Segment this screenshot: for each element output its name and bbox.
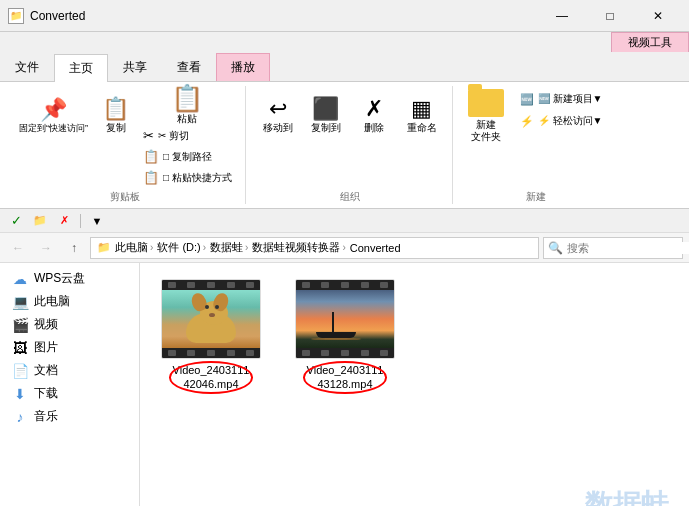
delete-button[interactable]: ✗ 删除 (352, 86, 396, 146)
paste-small-group: ✂ ✂ 剪切 📋 □ 复制路径 📋 □ 粘贴快捷方式 (138, 126, 237, 186)
paste-shortcut-button[interactable]: 📋 □ 粘贴快捷方式 (138, 168, 237, 187)
sidebar-item-pictures[interactable]: 🖼 图片 (0, 336, 139, 359)
up-button[interactable]: ↑ (62, 236, 86, 260)
sidebar-label-docs: 文档 (34, 362, 58, 379)
video-tools-label[interactable]: 视频工具 (611, 32, 689, 52)
tab-videotools[interactable]: 播放 (216, 53, 270, 81)
address-path[interactable]: 📁 此电脑 › 软件 (D:) › 数据蛙 › 数据蛙视频转换器 › Conve… (90, 237, 539, 259)
sidebar-item-wps[interactable]: ☁ WPS云盘 (0, 267, 139, 290)
video-tools-tab-row: 视频工具 (0, 32, 689, 52)
file-thumb-2 (295, 279, 395, 359)
file-item-2[interactable]: Video_2403111 43128.mp4 (290, 279, 400, 392)
sidebar-item-music[interactable]: ♪ 音乐 (0, 405, 139, 428)
wps-cloud-icon: ☁ (12, 271, 28, 287)
ribbon-group-new: 新建 文件夹 🆕 🆕 新建项目▼ ⚡ ⚡ 轻松访问▼ 新建 (455, 86, 618, 204)
sidebar-item-video[interactable]: 🎬 视频 (0, 313, 139, 336)
music-icon: ♪ (12, 409, 28, 425)
computer-icon: 💻 (12, 294, 28, 310)
file-thumb-1 (161, 279, 261, 359)
file-item-1[interactable]: Video_2403111 42046.mp4 (156, 279, 266, 392)
qa-drop-button[interactable]: ▼ (87, 211, 107, 231)
sidebar: ☁ WPS云盘 💻 此电脑 🎬 视频 🖼 图片 📄 文档 ⬇ 下载 ♪ 音乐 (0, 263, 140, 506)
file-name-text-2: Video_2403111 (307, 364, 384, 376)
file-name-2: Video_2403111 43128.mp4 (307, 363, 384, 392)
easy-access-icon: ⚡ (520, 115, 534, 128)
ribbon-content: 📌 固定到“快速访问” 📋 复制 📋 粘贴 ✂ ✂ 剪切 (0, 82, 689, 209)
copy-path-button[interactable]: 📋 □ 复制路径 (138, 147, 237, 166)
tab-view[interactable]: 查看 (162, 53, 216, 81)
download-icon: ⬇ (12, 386, 28, 402)
film-strip-bottom-1 (162, 348, 260, 358)
maximize-button[interactable]: □ (587, 0, 633, 32)
qa-folder-button[interactable]: 📁 (30, 211, 50, 231)
file-name-text-1: Video_2403111 (173, 364, 250, 376)
delete-label: 删除 (364, 122, 384, 134)
path-segment-4: 数据蛙视频转换器 › (252, 240, 345, 255)
pin-icon: 📌 (40, 99, 67, 121)
organize-items: ↩ 移动到 ⬛ 复制到 ✗ 删除 ▦ 重命名 (256, 86, 444, 186)
film-hole (227, 350, 235, 356)
file-name-1: Video_2403111 42046.mp4 (173, 363, 250, 392)
clipboard-items: 📌 固定到“快速访问” 📋 复制 📋 粘贴 ✂ ✂ 剪切 (14, 86, 237, 186)
move-to-button[interactable]: ↩ 移动到 (256, 86, 300, 146)
copy-to-icon: ⬛ (312, 98, 339, 120)
path-segment-2: 软件 (D:) › (157, 240, 206, 255)
forward-button[interactable]: → (34, 236, 58, 260)
paste-button[interactable]: 📋 粘贴 (138, 86, 237, 124)
new-item-button[interactable]: 🆕 🆕 新建项目▼ (513, 90, 610, 108)
copy-button[interactable]: 📋 复制 (97, 86, 134, 146)
sidebar-label-pictures: 图片 (34, 339, 58, 356)
sidebar-label-music: 音乐 (34, 408, 58, 425)
film-hole (302, 282, 310, 288)
file-name-circle-1: Video_2403111 42046.mp4 (173, 363, 250, 392)
ribbon-group-clipboard: 📌 固定到“快速访问” 📋 复制 📋 粘贴 ✂ ✂ 剪切 (6, 86, 246, 204)
search-input[interactable] (567, 242, 689, 254)
file-area: Video_2403111 42046.mp4 (140, 263, 689, 506)
window-controls: — □ ✕ (539, 0, 681, 32)
qa-check-button[interactable]: ✓ (6, 211, 26, 231)
new-folder-icon (468, 89, 504, 117)
sidebar-item-docs[interactable]: 📄 文档 (0, 359, 139, 382)
film-strip-top-1 (162, 280, 260, 290)
film-hole (246, 350, 254, 356)
easy-access-button[interactable]: ⚡ ⚡ 轻松访问▼ (513, 112, 610, 130)
film-hole (227, 282, 235, 288)
new-item-label: 🆕 新建项目▼ (538, 92, 603, 106)
path-label-4: 数据蛙视频转换器 (252, 240, 340, 255)
pin-button[interactable]: 📌 固定到“快速访问” (14, 86, 93, 146)
film-hole (302, 350, 310, 356)
file-name-circle-2: Video_2403111 43128.mp4 (307, 363, 384, 392)
path-label-3: 数据蛙 (210, 240, 243, 255)
film-hole (187, 350, 195, 356)
path-segment-5: Converted (350, 242, 401, 254)
file-name-text-2b: 43128.mp4 (317, 378, 372, 390)
paste-label: 粘贴 (177, 113, 197, 125)
sidebar-item-download[interactable]: ⬇ 下载 (0, 382, 139, 405)
new-items: 新建 文件夹 🆕 🆕 新建项目▼ ⚡ ⚡ 轻松访问▼ (463, 86, 610, 186)
delete-icon: ✗ (365, 98, 383, 120)
tab-home[interactable]: 主页 (54, 54, 108, 82)
clipboard-label: 剪贴板 (110, 186, 140, 204)
minimize-button[interactable]: — (539, 0, 585, 32)
sidebar-item-thispc[interactable]: 💻 此电脑 (0, 290, 139, 313)
path-location-icon: 📁 (97, 241, 111, 254)
path-label-2: 软件 (D:) (157, 240, 200, 255)
close-button[interactable]: ✕ (635, 0, 681, 32)
dog-thumbnail (162, 290, 260, 348)
qa-x-button[interactable]: ✗ (54, 211, 74, 231)
rename-button[interactable]: ▦ 重命名 (400, 86, 444, 146)
qa-separator (80, 214, 81, 228)
cut-button[interactable]: ✂ ✂ 剪切 (138, 126, 237, 145)
paste-shortcut-icon: 📋 (143, 170, 159, 185)
film-hole (168, 350, 176, 356)
copy-path-label: □ 复制路径 (163, 150, 212, 164)
paste-icon: 📋 (171, 85, 203, 111)
search-box[interactable]: 🔍 (543, 237, 683, 259)
new-folder-label: 新建 文件夹 (471, 119, 501, 143)
film-hole (361, 350, 369, 356)
back-button[interactable]: ← (6, 236, 30, 260)
copy-to-button[interactable]: ⬛ 复制到 (304, 86, 348, 146)
new-folder-button[interactable]: 新建 文件夹 (463, 86, 509, 146)
tab-share[interactable]: 共享 (108, 53, 162, 81)
tab-file[interactable]: 文件 (0, 53, 54, 81)
